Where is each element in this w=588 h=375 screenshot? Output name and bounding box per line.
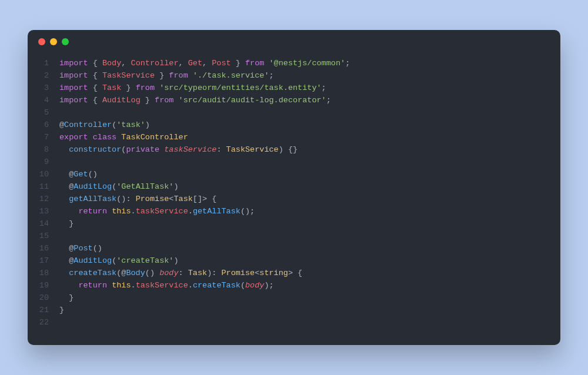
code-line[interactable]: 8 constructor(private taskService: TaskS…	[28, 143, 560, 156]
code-content[interactable]: @Post()	[59, 242, 560, 255]
token: import	[59, 96, 88, 105]
code-line[interactable]: 3import { Task } from 'src/typeorm/entit…	[28, 82, 560, 94]
token: {	[88, 96, 102, 105]
maximize-icon[interactable]	[62, 38, 69, 45]
token: ()	[145, 269, 159, 277]
token	[264, 59, 269, 68]
code-line[interactable]: 6@Controller('task')	[28, 119, 560, 131]
token: Post	[212, 59, 230, 68]
token: createTask	[69, 269, 116, 277]
token: TaskController	[121, 133, 188, 142]
code-line[interactable]: 22	[28, 316, 560, 329]
code-line[interactable]: 20 }	[28, 292, 560, 304]
code-line[interactable]: 5	[28, 106, 560, 119]
code-content[interactable]: import { TaskService } from './task.serv…	[59, 69, 560, 82]
token: Task	[173, 195, 192, 203]
code-content[interactable]	[59, 316, 560, 329]
code-line[interactable]: 4import { AuditLog } from 'src/audit/aud…	[28, 94, 560, 106]
token: taskService	[164, 145, 216, 154]
code-line[interactable]: 9	[28, 156, 560, 168]
token: AuditLog	[74, 256, 112, 265]
code-line[interactable]: 2import { TaskService } from './task.ser…	[28, 69, 560, 82]
token: export	[59, 133, 88, 142]
code-content[interactable]	[59, 156, 560, 168]
token: body	[159, 269, 178, 277]
code-editor-window: 1import { Body, Controller, Get, Post } …	[28, 30, 560, 345]
close-icon[interactable]	[38, 38, 45, 45]
token: import	[59, 59, 88, 68]
line-number: 18	[28, 267, 59, 279]
token: private	[126, 145, 159, 154]
code-content[interactable]: createTask(@Body() body: Task): Promise<…	[59, 267, 560, 279]
code-line[interactable]: 15	[28, 230, 560, 242]
code-content[interactable]	[59, 106, 560, 119]
code-content[interactable]: }	[59, 217, 560, 230]
code-line[interactable]: 17 @AuditLog('createTask')	[28, 255, 560, 267]
line-number: 12	[28, 193, 59, 205]
code-line[interactable]: 13 return this.taskService.getAllTask();	[28, 205, 560, 217]
code-content[interactable]: @Controller('task')	[59, 119, 560, 131]
minimize-icon[interactable]	[50, 38, 57, 45]
code-line[interactable]: 21}	[28, 304, 560, 316]
code-content[interactable]: }	[59, 292, 560, 304]
token: 'task'	[116, 120, 145, 129]
code-content[interactable]: getAllTask(): Promise<Task[]> {	[59, 193, 560, 205]
code-content[interactable]: constructor(private taskService: TaskSer…	[59, 143, 560, 156]
token	[155, 83, 159, 92]
code-content[interactable]: return this.taskService.createTask(body)…	[59, 279, 560, 292]
line-number: 11	[28, 180, 59, 193]
token: 'createTask'	[116, 256, 173, 265]
token: );	[264, 281, 273, 290]
token: Get	[74, 170, 88, 179]
code-content[interactable]: }	[59, 304, 560, 316]
line-number: 19	[28, 279, 59, 292]
code-content[interactable]	[59, 230, 560, 242]
token: []> {	[193, 195, 217, 203]
line-number: 17	[28, 255, 59, 267]
token: }	[59, 306, 64, 314]
token: @	[59, 170, 74, 179]
code-content[interactable]: @AuditLog('GetAllTask')	[59, 180, 560, 193]
code-content[interactable]: @Get()	[59, 168, 560, 180]
token: }	[155, 71, 169, 80]
token	[107, 281, 112, 290]
token: .	[188, 207, 193, 216]
code-content[interactable]: @AuditLog('createTask')	[59, 255, 560, 267]
token: constructor	[69, 145, 121, 154]
token: return	[78, 207, 107, 216]
token	[173, 96, 178, 105]
token: Task	[188, 269, 207, 277]
token: getAllTask	[69, 195, 116, 203]
token: ) {}	[279, 145, 298, 154]
token: this	[112, 207, 131, 216]
code-area[interactable]: 1import { Body, Controller, Get, Post } …	[28, 53, 560, 329]
token: ,	[202, 59, 212, 68]
code-line[interactable]: 14 }	[28, 217, 560, 230]
code-content[interactable]: import { Body, Controller, Get, Post } f…	[59, 57, 560, 69]
token: {	[88, 83, 102, 92]
token: @	[59, 182, 74, 191]
token: '@nestjs/common'	[269, 59, 346, 68]
line-number: 10	[28, 168, 59, 180]
code-content[interactable]: export class TaskController	[59, 131, 560, 143]
code-line[interactable]: 7export class TaskController	[28, 131, 560, 143]
token: this	[112, 281, 131, 290]
code-line[interactable]: 18 createTask(@Body() body: Task): Promi…	[28, 267, 560, 279]
token: from	[245, 59, 264, 68]
code-line[interactable]: 19 return this.taskService.createTask(bo…	[28, 279, 560, 292]
code-content[interactable]: import { Task } from 'src/typeorm/entiti…	[59, 82, 560, 94]
code-content[interactable]: return this.taskService.getAllTask();	[59, 205, 560, 217]
token: import	[59, 83, 88, 92]
code-line[interactable]: 16 @Post()	[28, 242, 560, 255]
token: string	[259, 269, 288, 277]
code-content[interactable]: import { AuditLog } from 'src/audit/audi…	[59, 94, 560, 106]
token: (	[240, 281, 245, 290]
code-line[interactable]: 10 @Get()	[28, 168, 560, 180]
token: :	[216, 145, 226, 154]
token: ;	[269, 71, 274, 80]
code-line[interactable]: 1import { Body, Controller, Get, Post } …	[28, 57, 560, 69]
code-line[interactable]: 11 @AuditLog('GetAllTask')	[28, 180, 560, 193]
code-line[interactable]: 12 getAllTask(): Promise<Task[]> {	[28, 193, 560, 205]
token: @	[59, 244, 74, 253]
token: :	[179, 269, 188, 277]
